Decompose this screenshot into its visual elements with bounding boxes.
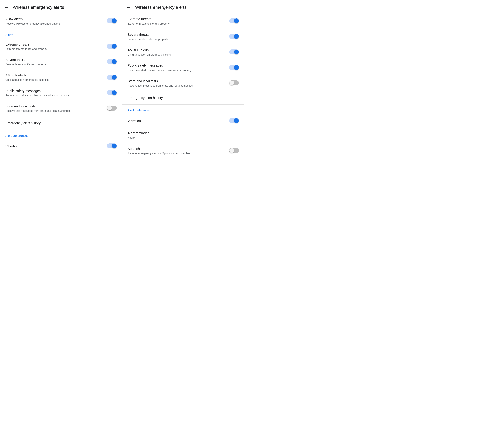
severe-threats-toggle-right[interactable] bbox=[229, 34, 239, 40]
state-local-title-left: State and local tests bbox=[5, 104, 103, 108]
state-local-title-right: State and local tests bbox=[128, 79, 225, 83]
public-safety-subtitle-right: Recommended actions that can save lives … bbox=[128, 68, 225, 72]
state-local-subtitle-right: Receive test messages from state and loc… bbox=[128, 84, 225, 88]
page-title-left: Wireless emergency alerts bbox=[13, 5, 64, 10]
state-local-toggle-right[interactable] bbox=[229, 81, 239, 86]
alert-reminder-subtitle-right: Never bbox=[128, 136, 239, 140]
emergency-history-title-left: Emergency alert history bbox=[5, 121, 117, 125]
panel-right: ← Wireless emergency alerts Extreme thre… bbox=[122, 0, 244, 224]
severe-threats-title-left: Severe threats bbox=[5, 57, 103, 62]
alert-reminder-item-right[interactable]: Alert reminder Never bbox=[122, 128, 244, 143]
state-local-item-right[interactable]: State and local tests Receive test messa… bbox=[122, 76, 244, 91]
public-safety-toggle-left[interactable] bbox=[107, 90, 117, 96]
spanish-toggle-right[interactable] bbox=[229, 148, 239, 154]
amber-alerts-item-left[interactable]: AMBER alerts Child abduction emergency b… bbox=[0, 70, 122, 85]
amber-alerts-title-left: AMBER alerts bbox=[5, 73, 103, 77]
allow-alerts-item[interactable]: Allow alerts Receive wireless emergency … bbox=[0, 13, 122, 29]
extreme-threats-subtitle-right: Extreme threats to life and property bbox=[128, 22, 225, 25]
severe-threats-item-right[interactable]: Severe threats Severe threats to life an… bbox=[122, 29, 244, 44]
extreme-threats-subtitle-left: Extreme threats to life and property bbox=[5, 47, 103, 51]
extreme-threats-item-left[interactable]: Extreme threats Extreme threats to life … bbox=[0, 39, 122, 54]
extreme-threats-title-left: Extreme threats bbox=[5, 42, 103, 47]
state-local-subtitle-left: Receive test messages from state and loc… bbox=[5, 109, 103, 113]
state-local-toggle-left[interactable] bbox=[107, 106, 117, 111]
severe-threats-subtitle-left: Severe threats to life and property bbox=[5, 63, 103, 66]
allow-alerts-title: Allow alerts bbox=[5, 17, 103, 21]
amber-alerts-subtitle-right: Child abduction emergency bulletins bbox=[128, 53, 225, 57]
alert-reminder-title-right: Alert reminder bbox=[128, 131, 239, 135]
vibration-title-right: Vibration bbox=[128, 119, 225, 123]
amber-alerts-toggle-right[interactable] bbox=[229, 49, 239, 55]
preferences-label-left: Alert preferences bbox=[0, 130, 122, 139]
emergency-history-item-left[interactable]: Emergency alert history bbox=[0, 116, 122, 130]
vibration-title-left: Vibration bbox=[5, 144, 103, 148]
emergency-history-title-right: Emergency alert history bbox=[128, 96, 239, 100]
vibration-toggle-left[interactable] bbox=[107, 143, 117, 149]
spanish-item-right[interactable]: Spanish Receive emergency alerts in Span… bbox=[122, 143, 244, 159]
severe-threats-subtitle-right: Severe threats to life and property bbox=[128, 37, 225, 41]
public-safety-toggle-right[interactable] bbox=[229, 65, 239, 71]
severe-threats-title-right: Severe threats bbox=[128, 33, 225, 37]
allow-alerts-subtitle: Receive wireless emergency alert notific… bbox=[5, 22, 103, 25]
allow-alerts-text: Allow alerts Receive wireless emergency … bbox=[5, 17, 103, 25]
severe-threats-toggle-left[interactable] bbox=[107, 59, 117, 65]
vibration-toggle-right[interactable] bbox=[229, 118, 239, 124]
severe-threats-item-left[interactable]: Severe threats Severe threats to life an… bbox=[0, 54, 122, 70]
vibration-item-left[interactable]: Vibration bbox=[0, 139, 122, 153]
header-left: ← Wireless emergency alerts bbox=[0, 0, 122, 13]
extreme-threats-title-right: Extreme threats bbox=[128, 17, 225, 21]
extreme-threats-toggle-left[interactable] bbox=[107, 44, 117, 49]
allow-alerts-toggle[interactable] bbox=[107, 18, 117, 24]
alerts-section-label-left: Alerts bbox=[0, 29, 122, 39]
amber-alerts-subtitle-left: Child abduction emergency bulletins bbox=[5, 78, 103, 82]
vibration-item-right[interactable]: Vibration bbox=[122, 114, 244, 128]
preferences-label-right: Alert preferences bbox=[122, 105, 244, 114]
public-safety-title-left: Public safety messages bbox=[5, 89, 103, 93]
header-right: ← Wireless emergency alerts bbox=[122, 0, 244, 13]
page-title-right: Wireless emergency alerts bbox=[135, 5, 186, 10]
amber-alerts-item-right[interactable]: AMBER alerts Child abduction emergency b… bbox=[122, 44, 244, 60]
amber-alerts-toggle-left[interactable] bbox=[107, 75, 117, 81]
spanish-subtitle-right: Receive emergency alerts in Spanish when… bbox=[128, 152, 225, 155]
public-safety-subtitle-left: Recommended actions that can save lives … bbox=[5, 94, 103, 98]
amber-alerts-title-right: AMBER alerts bbox=[128, 48, 225, 52]
back-button-right[interactable]: ← bbox=[126, 5, 131, 10]
public-safety-title-right: Public safety messages bbox=[128, 63, 225, 68]
public-safety-item-right[interactable]: Public safety messages Recommended actio… bbox=[122, 60, 244, 75]
state-local-item-left[interactable]: State and local tests Receive test messa… bbox=[0, 101, 122, 116]
public-safety-item-left[interactable]: Public safety messages Recommended actio… bbox=[0, 85, 122, 101]
panel-left: ← Wireless emergency alerts Allow alerts… bbox=[0, 0, 122, 224]
extreme-threats-toggle-right[interactable] bbox=[229, 18, 239, 24]
back-button-left[interactable]: ← bbox=[4, 5, 9, 10]
spanish-title-right: Spanish bbox=[128, 147, 225, 151]
emergency-history-item-right[interactable]: Emergency alert history bbox=[122, 91, 244, 105]
extreme-threats-item-right[interactable]: Extreme threats Extreme threats to life … bbox=[122, 13, 244, 29]
